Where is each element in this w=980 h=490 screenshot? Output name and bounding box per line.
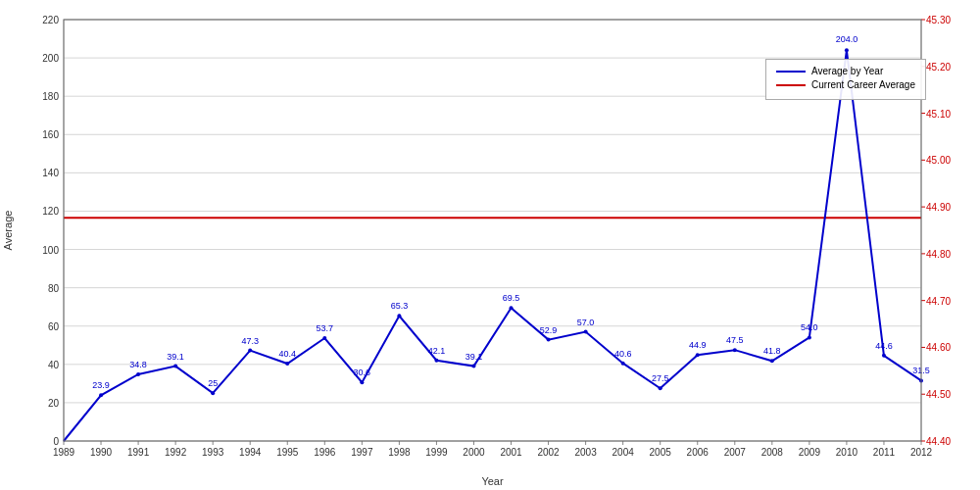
svg-text:2009: 2009 — [799, 447, 821, 458]
svg-text:65.3: 65.3 — [391, 301, 409, 311]
svg-point-129 — [696, 353, 700, 357]
svg-text:44.70: 44.70 — [926, 296, 951, 307]
svg-point-103 — [211, 391, 215, 395]
legend-avg-year-line — [776, 71, 806, 73]
svg-point-131 — [733, 348, 737, 352]
svg-text:1993: 1993 — [202, 447, 224, 458]
svg-text:140: 140 — [42, 168, 59, 178]
svg-text:1996: 1996 — [314, 447, 336, 458]
svg-text:1994: 1994 — [239, 447, 262, 458]
svg-text:40.6: 40.6 — [614, 349, 632, 359]
svg-text:2010: 2010 — [836, 447, 858, 458]
svg-text:30.6: 30.6 — [354, 368, 371, 377]
legend-career-avg-label: Current Career Average — [811, 79, 915, 90]
svg-text:20: 20 — [48, 398, 60, 409]
svg-point-105 — [248, 349, 252, 353]
svg-text:53.7: 53.7 — [317, 323, 334, 333]
svg-point-119 — [510, 306, 514, 310]
svg-point-117 — [471, 365, 475, 368]
svg-point-127 — [659, 386, 662, 390]
svg-point-107 — [285, 362, 289, 366]
svg-text:44.50: 44.50 — [926, 389, 951, 400]
svg-text:200: 200 — [42, 53, 59, 64]
svg-text:45.20: 45.20 — [926, 62, 951, 73]
svg-text:2008: 2008 — [761, 447, 784, 458]
svg-text:2012: 2012 — [910, 447, 933, 458]
svg-text:Average: Average — [2, 211, 14, 251]
svg-text:1991: 1991 — [127, 447, 150, 458]
svg-text:42.1: 42.1 — [428, 346, 446, 356]
svg-text:204.0: 204.0 — [836, 34, 858, 44]
svg-text:47.3: 47.3 — [241, 336, 259, 346]
svg-text:54.0: 54.0 — [801, 322, 818, 332]
svg-text:57.0: 57.0 — [577, 318, 595, 327]
svg-text:40.4: 40.4 — [278, 349, 296, 359]
svg-text:2007: 2007 — [724, 447, 747, 458]
svg-point-125 — [621, 362, 625, 366]
svg-text:1997: 1997 — [351, 447, 373, 458]
svg-text:47.5: 47.5 — [726, 335, 744, 345]
legend-avg-year: Average by Year — [776, 66, 915, 76]
legend-career-avg: Current Career Average — [776, 79, 915, 90]
svg-text:2001: 2001 — [500, 447, 522, 458]
svg-text:2000: 2000 — [463, 447, 485, 458]
legend-career-avg-line — [776, 84, 806, 86]
svg-point-135 — [808, 335, 811, 339]
svg-text:1998: 1998 — [388, 447, 411, 458]
svg-text:41.8: 41.8 — [763, 346, 781, 356]
svg-text:44.40: 44.40 — [926, 436, 951, 447]
svg-point-123 — [584, 330, 588, 334]
svg-text:25: 25 — [208, 378, 218, 388]
svg-point-115 — [434, 359, 438, 363]
svg-text:44.60: 44.60 — [926, 342, 951, 353]
svg-text:23.9: 23.9 — [92, 380, 110, 390]
svg-point-137 — [845, 48, 849, 52]
svg-text:44.90: 44.90 — [926, 202, 951, 213]
svg-text:44.80: 44.80 — [926, 249, 951, 260]
svg-text:160: 160 — [42, 129, 59, 140]
svg-text:52.9: 52.9 — [540, 325, 558, 335]
svg-point-133 — [770, 359, 774, 363]
svg-text:45.30: 45.30 — [926, 15, 951, 25]
svg-text:220: 220 — [42, 15, 59, 25]
svg-text:34.8: 34.8 — [129, 360, 147, 369]
svg-text:1990: 1990 — [90, 447, 113, 458]
svg-text:120: 120 — [42, 206, 59, 217]
svg-text:39.1: 39.1 — [466, 352, 483, 362]
svg-point-139 — [882, 354, 886, 358]
svg-text:2004: 2004 — [612, 447, 635, 458]
svg-text:1995: 1995 — [276, 447, 299, 458]
chart-container: 02040608010012014016018020022044.4044.50… — [0, 0, 980, 490]
svg-point-101 — [173, 365, 177, 368]
legend-box: Average by Year Current Career Average — [765, 59, 926, 100]
svg-text:0: 0 — [53, 436, 59, 447]
svg-text:1992: 1992 — [165, 447, 187, 458]
svg-text:80: 80 — [48, 283, 60, 294]
svg-text:180: 180 — [42, 91, 59, 102]
svg-text:2003: 2003 — [574, 447, 597, 458]
svg-text:39.1: 39.1 — [167, 352, 184, 362]
svg-point-97 — [99, 393, 103, 397]
svg-text:27.5: 27.5 — [652, 373, 669, 383]
svg-text:2002: 2002 — [537, 447, 560, 458]
legend-avg-year-label: Average by Year — [811, 66, 883, 76]
svg-text:44.9: 44.9 — [689, 340, 707, 350]
svg-point-109 — [322, 336, 326, 340]
svg-text:40: 40 — [48, 360, 60, 370]
svg-text:2005: 2005 — [650, 447, 672, 458]
svg-point-121 — [547, 338, 551, 342]
svg-point-111 — [360, 380, 364, 384]
svg-text:1999: 1999 — [425, 447, 448, 458]
svg-point-113 — [397, 314, 401, 318]
svg-text:2011: 2011 — [873, 447, 896, 458]
svg-text:Year: Year — [481, 475, 504, 487]
svg-text:2006: 2006 — [687, 447, 710, 458]
svg-text:44.6: 44.6 — [875, 341, 893, 351]
svg-text:100: 100 — [42, 245, 59, 256]
svg-text:1989: 1989 — [53, 447, 75, 458]
svg-text:45.00: 45.00 — [926, 155, 951, 166]
svg-text:45.10: 45.10 — [926, 109, 951, 120]
svg-text:69.5: 69.5 — [503, 293, 520, 303]
svg-text:60: 60 — [48, 321, 60, 332]
svg-point-99 — [136, 372, 140, 376]
